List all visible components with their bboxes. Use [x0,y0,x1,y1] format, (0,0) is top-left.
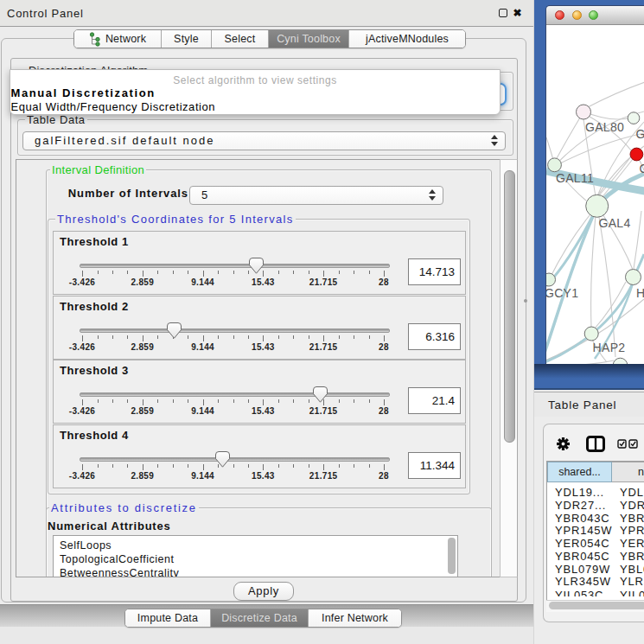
svg-text:CY: CY [640,162,644,175]
svg-text:GCY1: GCY1 [546,286,578,300]
svg-text:GA: GA [636,127,644,141]
svg-text:HAP2: HAP2 [593,341,626,354]
svg-text:GAL80: GAL80 [585,120,624,134]
svg-text:HA: HA [636,286,644,300]
svg-text:GAL11: GAL11 [556,171,594,185]
svg-text:GAL4: GAL4 [599,216,631,230]
